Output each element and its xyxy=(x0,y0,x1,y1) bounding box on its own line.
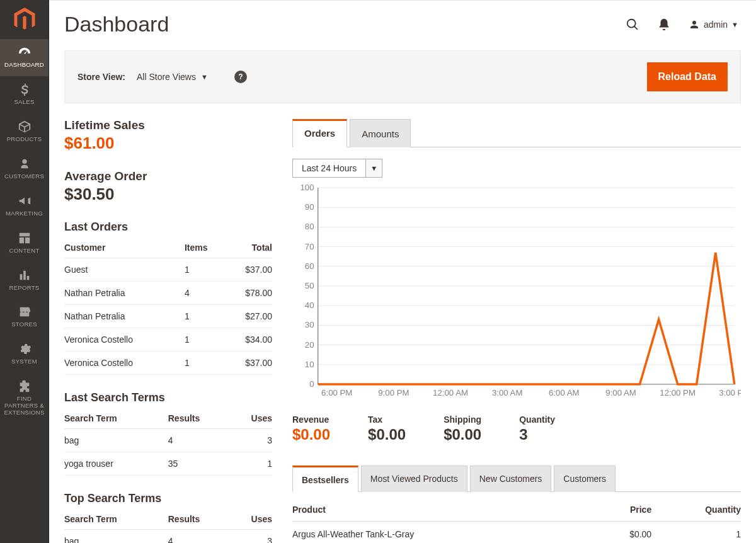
reload-data-button[interactable]: Reload Data xyxy=(647,62,728,91)
last-search-table: Search Term Results Uses bag43yoga trous… xyxy=(64,408,272,476)
box-icon xyxy=(16,120,33,134)
svg-text:70: 70 xyxy=(305,242,314,251)
gauge-icon xyxy=(16,45,33,59)
table-row[interactable]: Nathan Petralia1$27.00 xyxy=(64,305,272,328)
nav-products[interactable]: PRODUCTS xyxy=(0,113,49,151)
nav-marketing[interactable]: MARKETING xyxy=(0,188,49,225)
gear-icon xyxy=(16,342,33,356)
svg-text:9:00 AM: 9:00 AM xyxy=(605,388,636,397)
layout-icon xyxy=(16,231,33,245)
page-title: Dashboard xyxy=(64,12,169,37)
user-icon xyxy=(689,19,700,30)
magento-logo-icon xyxy=(14,8,35,31)
svg-text:3:00 PM: 3:00 PM xyxy=(719,388,741,397)
nav-system[interactable]: SYSTEM xyxy=(0,336,49,373)
svg-text:10: 10 xyxy=(305,360,314,369)
search-icon[interactable] xyxy=(626,18,639,31)
top-search-title: Top Search Terms xyxy=(64,492,272,505)
nav-stores[interactable]: STORES xyxy=(0,299,49,336)
nav-dashboard[interactable]: DASHBOARD xyxy=(0,39,49,76)
tab-customers[interactable]: Customers xyxy=(554,466,616,492)
table-row[interactable]: Veronica Costello1$34.00 xyxy=(64,328,272,352)
nav-content[interactable]: CONTENT xyxy=(0,225,49,262)
bestsellers-table: Product Price Quantity Argus All-Weather… xyxy=(292,498,741,543)
admin-sidebar: DASHBOARD SALES PRODUCTS CUSTOMERS MARKE… xyxy=(0,0,49,543)
average-order-value: $30.50 xyxy=(64,185,272,204)
svg-text:3:00 AM: 3:00 AM xyxy=(492,388,523,397)
tab-orders[interactable]: Orders xyxy=(292,119,347,147)
left-column: Lifetime Sales $61.00 Average Order $30.… xyxy=(64,118,272,543)
svg-text:6:00 PM: 6:00 PM xyxy=(321,388,352,397)
nav-customers[interactable]: CUSTOMERS xyxy=(0,151,49,188)
nav-partners[interactable]: FIND PARTNERS & EXTENSIONS xyxy=(0,373,49,424)
puzzle-icon xyxy=(16,379,33,393)
last-orders-title: Last Orders xyxy=(64,220,272,234)
main-area: Dashboard admin ▼ Store View: All Store … xyxy=(49,0,756,543)
megaphone-icon xyxy=(16,194,33,208)
metric: Revenue $0.00 xyxy=(292,414,330,443)
dollar-icon xyxy=(16,83,33,96)
lifetime-sales-label: Lifetime Sales xyxy=(64,118,272,132)
last-orders-table: Customer Items Total Guest1$37.00Nathan … xyxy=(64,237,272,375)
lifetime-sales-value: $61.00 xyxy=(64,134,272,153)
orders-amounts-tabs: Orders Amounts xyxy=(292,118,741,147)
table-row[interactable]: Veronica Costello1$37.00 xyxy=(64,352,272,375)
svg-text:12:00 PM: 12:00 PM xyxy=(660,388,696,397)
orders-chart: 01020304050607080901006:00 PM9:00 PM12:0… xyxy=(292,183,741,403)
last-search-title: Last Search Terms xyxy=(64,391,272,404)
nav-reports[interactable]: REPORTS xyxy=(0,262,49,299)
lower-tabs: Bestsellers Most Viewed Products New Cus… xyxy=(292,465,741,492)
metrics-row: Revenue $0.00Tax $0.00Shipping $0.00Quan… xyxy=(292,414,741,443)
bell-icon[interactable] xyxy=(657,18,671,31)
scope-bar: Store View: All Store Views ▼ ? Reload D… xyxy=(64,50,741,103)
table-row[interactable]: Nathan Petralia4$78.00 xyxy=(64,282,272,305)
svg-text:60: 60 xyxy=(305,261,314,271)
magento-logo[interactable] xyxy=(0,0,49,39)
tab-most-viewed[interactable]: Most Viewed Products xyxy=(361,466,467,492)
svg-text:6:00 AM: 6:00 AM xyxy=(549,388,580,397)
table-row[interactable]: bag43 xyxy=(64,429,272,452)
svg-text:20: 20 xyxy=(305,340,314,350)
top-search-table: Search Term Results Uses bag43yoga trous… xyxy=(64,509,272,543)
svg-text:90: 90 xyxy=(305,202,314,212)
topbar: Dashboard admin ▼ xyxy=(49,0,756,42)
help-icon[interactable]: ? xyxy=(234,71,247,83)
nav-sales[interactable]: SALES xyxy=(0,76,49,113)
chevron-down-icon: ▼ xyxy=(731,21,738,28)
metric: Tax $0.00 xyxy=(368,414,406,443)
admin-name: admin xyxy=(704,20,728,30)
svg-text:0: 0 xyxy=(309,379,314,389)
svg-text:100: 100 xyxy=(301,183,314,192)
store-view-select[interactable]: All Store Views ▼ xyxy=(137,72,208,82)
tab-amounts[interactable]: Amounts xyxy=(350,119,411,147)
svg-text:40: 40 xyxy=(305,300,314,310)
table-row[interactable]: yoga trouser351 xyxy=(64,452,272,476)
admin-account-menu[interactable]: admin ▼ xyxy=(689,19,738,30)
time-range-select[interactable]: Last 24 Hours ▼ xyxy=(292,159,382,178)
chevron-down-icon: ▼ xyxy=(201,73,208,81)
chevron-down-icon[interactable]: ▼ xyxy=(365,159,382,177)
svg-text:50: 50 xyxy=(305,281,314,290)
tab-new-customers[interactable]: New Customers xyxy=(470,466,552,492)
storefront-icon xyxy=(16,305,33,319)
metric: Shipping $0.00 xyxy=(444,414,481,443)
table-row[interactable]: bag43 xyxy=(64,530,272,544)
table-row[interactable]: Guest1$37.00 xyxy=(64,258,272,282)
average-order-label: Average Order xyxy=(64,169,272,183)
store-view-label: Store View: xyxy=(77,72,125,82)
svg-text:9:00 PM: 9:00 PM xyxy=(378,388,409,397)
svg-text:80: 80 xyxy=(305,222,314,232)
metric: Quantity 3 xyxy=(519,414,555,443)
table-row[interactable]: Argus All-Weather Tank-L-Gray$0.001 xyxy=(292,522,741,544)
person-icon xyxy=(16,157,33,171)
svg-text:12:00 AM: 12:00 AM xyxy=(433,388,468,397)
tab-bestsellers[interactable]: Bestsellers xyxy=(292,466,358,492)
svg-text:30: 30 xyxy=(305,321,314,330)
right-column: Orders Amounts Last 24 Hours ▼ 010203040… xyxy=(292,118,741,543)
bar-chart-icon xyxy=(16,268,33,282)
